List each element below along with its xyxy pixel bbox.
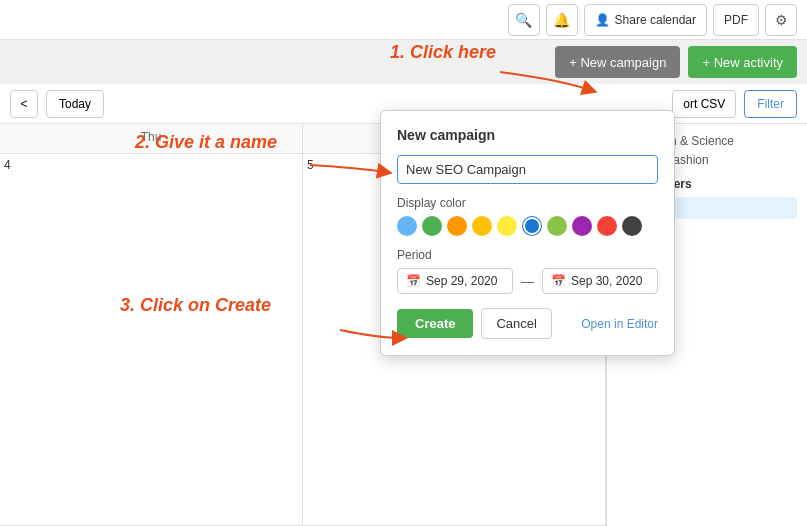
modal-title: New campaign [397,127,658,143]
color-swatch-blue-light[interactable] [397,216,417,236]
export-csv-button[interactable]: ort CSV [672,90,736,118]
color-swatches [397,216,658,236]
period-row: 📅 Sep 29, 2020 — 📅 Sep 30, 2020 [397,268,658,294]
new-campaign-button[interactable]: + New campaign [555,46,680,78]
color-swatch-red[interactable] [597,216,617,236]
period-dash: — [521,274,534,289]
settings-button[interactable]: ⚙ [765,4,797,36]
people-icon: 👤 [595,13,610,27]
share-calendar-button[interactable]: 👤 Share calendar [584,4,707,36]
day-header-thu: Thu [0,124,303,153]
color-swatch-light-green[interactable] [547,216,567,236]
calendar-icon-start: 📅 [406,274,421,288]
color-swatch-amber[interactable] [472,216,492,236]
new-campaign-modal: New campaign Display color Period 📅 Sep … [380,110,675,356]
color-swatch-yellow[interactable] [497,216,517,236]
campaign-name-input[interactable] [397,155,658,184]
cancel-button[interactable]: Cancel [481,308,551,339]
color-swatch-dark[interactable] [622,216,642,236]
open-in-editor-link[interactable]: Open in Editor [581,317,658,331]
action-bar: + New campaign + New activity [0,40,807,84]
today-button[interactable]: Today [46,90,104,118]
color-swatch-purple[interactable] [572,216,592,236]
color-swatch-green[interactable] [422,216,442,236]
period-start-input[interactable]: 📅 Sep 29, 2020 [397,268,513,294]
period-label: Period [397,248,658,262]
filter-button[interactable]: Filter [744,90,797,118]
pdf-button[interactable]: PDF [713,4,759,36]
prev-nav-button[interactable]: < [10,90,38,118]
display-color-label: Display color [397,196,658,210]
chevron-left-icon: < [20,97,27,111]
notifications-button[interactable]: 🔔 [546,4,578,36]
calendar-icon-end: 📅 [551,274,566,288]
create-button[interactable]: Create [397,309,473,338]
search-button[interactable]: 🔍 [508,4,540,36]
modal-actions: Create Cancel Open in Editor [397,308,658,339]
period-end-input[interactable]: 📅 Sep 30, 2020 [542,268,658,294]
color-swatch-orange[interactable] [447,216,467,236]
day-number-4: 4 [4,158,298,172]
day-cell-4: 4 [0,154,303,526]
top-toolbar: 🔍 🔔 👤 Share calendar PDF ⚙ [0,0,807,40]
new-activity-button[interactable]: + New activity [688,46,797,78]
color-swatch-blue-selected[interactable] [522,216,542,236]
